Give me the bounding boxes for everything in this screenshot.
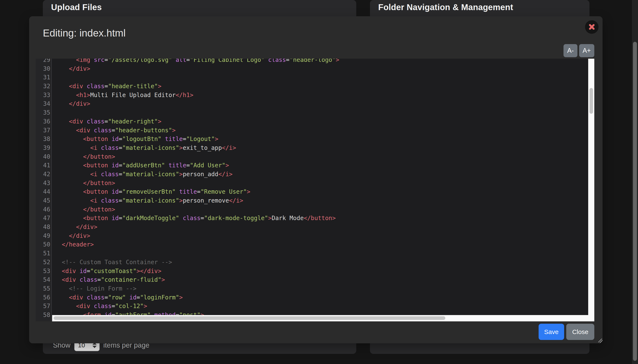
- code-line: <i class="material-icons">exit_to_app</i…: [52, 144, 594, 152]
- line-number: 48: [36, 222, 51, 232]
- code-line: <button id="logoutBtn" title="Logout">: [52, 135, 594, 144]
- line-number: 55: [36, 284, 51, 293]
- line-number: 30: [36, 64, 51, 73]
- line-number: 44: [36, 188, 51, 196]
- window-scrollbar-track[interactable]: [632, 0, 638, 364]
- code-line: <!-- Login Form -->: [52, 284, 594, 293]
- font-decrease-button[interactable]: A-: [564, 44, 578, 57]
- line-number: 54: [36, 275, 51, 284]
- modal-close-icon-button[interactable]: [585, 20, 598, 34]
- code-line: <div class="header-right">: [52, 117, 594, 126]
- line-number: 52: [36, 258, 51, 267]
- code-line: <div class="header-buttons">: [52, 126, 594, 135]
- modal-title: Editing: index.html: [43, 27, 126, 39]
- save-button[interactable]: Save: [538, 324, 564, 340]
- upload-files-title: Upload Files: [51, 2, 356, 12]
- code-line: <button id="removeUserBtn" title="Remove…: [52, 188, 594, 196]
- line-number: 34: [36, 100, 51, 108]
- editor-hscrollbar-thumb[interactable]: [54, 316, 445, 320]
- line-number: 38: [36, 135, 51, 144]
- code-line: </div>: [52, 232, 594, 240]
- code-line: <div id="customToast"></div>: [52, 267, 594, 276]
- window-scrollbar-thumb[interactable]: [633, 42, 637, 361]
- code-line: [52, 108, 594, 117]
- edit-file-modal: Editing: index.html A- A+ 29303132333435…: [29, 16, 602, 343]
- code-editor[interactable]: 2930313233343536373839404142434445464748…: [36, 59, 594, 322]
- line-number: 32: [36, 82, 51, 91]
- code-line: [52, 73, 594, 82]
- editor-code[interactable]: <img src="/assets/logo.svg" alt="Filing …: [52, 59, 594, 322]
- close-button[interactable]: Close: [566, 324, 594, 340]
- editor-hscrollbar-track[interactable]: [52, 315, 594, 322]
- code-line: </button>: [52, 152, 594, 161]
- line-number: 51: [36, 249, 51, 258]
- code-line: </div>: [52, 222, 594, 232]
- line-number: 57: [36, 302, 51, 310]
- code-line: </button>: [52, 179, 594, 188]
- line-number: 33: [36, 91, 51, 100]
- font-increase-button[interactable]: A+: [579, 44, 594, 57]
- line-number: 42: [36, 170, 51, 179]
- line-number: 41: [36, 161, 51, 170]
- code-line: <i class="material-icons">person_remove<…: [52, 196, 594, 205]
- code-line: <div class="container-fluid">: [52, 275, 594, 284]
- editor-vscrollbar-thumb[interactable]: [590, 88, 593, 114]
- line-number: 45: [36, 196, 51, 205]
- line-number: 31: [36, 73, 51, 82]
- code-line: <img src="/assets/logo.svg" alt="Filing …: [52, 59, 594, 64]
- line-number: 40: [36, 152, 51, 161]
- line-number: 50: [36, 240, 51, 249]
- code-line: <button id="addUserBtn" title="Add User"…: [52, 161, 594, 170]
- code-line: <h1>Multi File Upload Editor</h1>: [52, 91, 594, 100]
- code-line: <i class="material-icons">person_add</i>: [52, 170, 594, 179]
- line-number: 37: [36, 126, 51, 135]
- code-line: <div class="header-title">: [52, 82, 594, 91]
- line-number: 49: [36, 232, 51, 240]
- line-number: 43: [36, 179, 51, 188]
- code-line: </div>: [52, 100, 594, 108]
- code-line: </div>: [52, 64, 594, 73]
- line-number: 29: [36, 59, 51, 64]
- code-line: <button id="darkModeToggle" class="dark-…: [52, 214, 594, 222]
- line-number: 39: [36, 144, 51, 152]
- line-number: 56: [36, 293, 51, 302]
- line-number: 58: [36, 310, 51, 320]
- editor-gutter: 2930313233343536373839404142434445464748…: [36, 59, 52, 322]
- code-line: [52, 249, 594, 258]
- code-line: <div class="row" id="loginForm">: [52, 293, 594, 302]
- code-line: <!-- Custom Toast Container -->: [52, 258, 594, 267]
- line-number: 35: [36, 108, 51, 117]
- code-line: </header>: [52, 240, 594, 249]
- editor-vscrollbar-track[interactable]: [588, 59, 594, 322]
- code-line: </button>: [52, 205, 594, 214]
- code-line: <div class="col-12">: [52, 302, 594, 310]
- folder-navigation-title: Folder Navigation & Management: [378, 2, 590, 12]
- line-number: 46: [36, 205, 51, 214]
- resize-grip-icon[interactable]: [598, 339, 602, 343]
- line-number: 36: [36, 117, 51, 126]
- line-number: 47: [36, 214, 51, 222]
- line-number: 53: [36, 267, 51, 276]
